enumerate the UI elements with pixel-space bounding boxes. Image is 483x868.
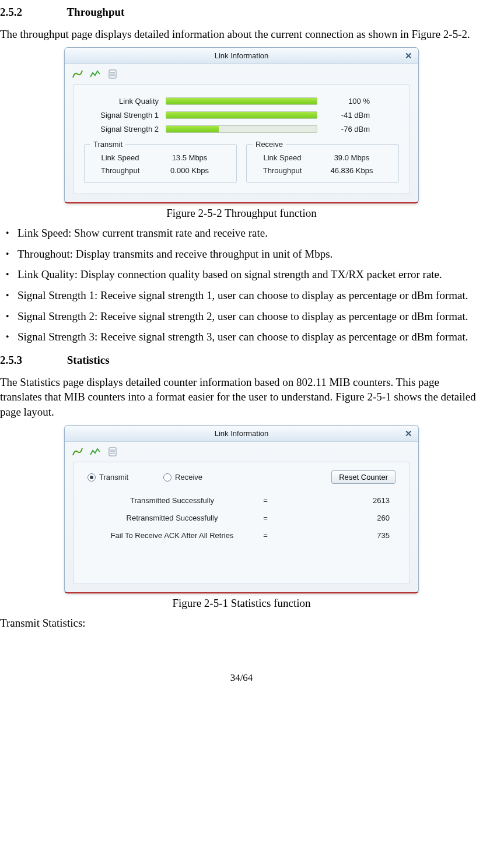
stat-label: Transmitted Successfully [88, 496, 257, 506]
group-legend: Receive [253, 139, 286, 150]
tx-linkspeed: Link Speed 13.5 Mbps [89, 153, 232, 163]
close-icon[interactable]: ✕ [403, 51, 414, 61]
figure-throughput: Link Information ✕ Link Quality 100 % Si… [0, 47, 483, 203]
section-heading-statistics: 2.5.3 Statistics [0, 353, 483, 368]
section-title: Throughput [66, 6, 124, 18]
dialog-body: Transmit Receive Reset Counter Transmitt… [73, 462, 410, 584]
radio-icon [163, 473, 172, 482]
page-number: 34/64 [0, 672, 483, 685]
section-title: Statistics [67, 354, 110, 366]
signal-icon[interactable] [72, 447, 83, 457]
signal-icon[interactable] [72, 69, 83, 79]
kv-label: Link Speed [251, 153, 310, 163]
chart-icon[interactable] [89, 69, 101, 79]
kv-value: 13.5 Mbps [148, 153, 232, 163]
progress-bar [166, 125, 317, 133]
rx-linkspeed: Link Speed 39.0 Mbps [251, 153, 394, 163]
radio-label: Transmit [99, 472, 128, 483]
link-info-dialog: Link Information ✕ Link Quality 100 % Si… [64, 47, 419, 203]
kv-value: 0.000 Kbps [148, 166, 232, 176]
list-item: Throughout: Display transmits and receiv… [0, 247, 483, 262]
row-label: Signal Strength 1 [84, 110, 166, 121]
row-label: Signal Strength 2 [84, 124, 166, 135]
row-value: -76 dBm [317, 124, 370, 135]
dialog-tabs [65, 64, 418, 82]
stat-row: Retransmitted Successfully = 260 [84, 509, 399, 527]
dialog-tabs [65, 442, 418, 459]
tx-rx-row: Transmit Link Speed 13.5 Mbps Throughput… [84, 144, 399, 183]
list-item: Signal Strength 2: Receive signal streng… [0, 309, 483, 324]
close-icon[interactable]: ✕ [403, 428, 414, 439]
receive-group: Receive Link Speed 39.0 Mbps Throughput … [246, 144, 399, 183]
radio-icon [88, 473, 96, 482]
throughput-bullets: Link Speed: Show current transmit rate a… [0, 226, 483, 345]
dialog-body: Link Quality 100 % Signal Strength 1 -41… [73, 84, 410, 194]
section-intro-2: The Statistics page displays detailed co… [0, 375, 483, 420]
chart-icon[interactable] [89, 447, 101, 457]
radio-transmit[interactable]: Transmit [88, 472, 128, 483]
progress-bar [166, 111, 317, 119]
dialog-title: Link Information [215, 429, 269, 438]
row-value: 100 % [317, 96, 370, 107]
list-item: Signal Strength 3: Receive signal streng… [0, 329, 483, 345]
row-value: -41 dBm [317, 110, 370, 121]
document-icon[interactable] [107, 69, 118, 79]
signal-strength-2-row: Signal Strength 2 -76 dBm [84, 122, 399, 136]
row-label: Link Quality [84, 96, 166, 107]
dialog-title: Link Information [215, 51, 269, 60]
reset-counter-button[interactable]: Reset Counter [331, 470, 396, 484]
section-heading-throughput: 2.5.2 Throughput [0, 5, 483, 20]
section-number: 2.5.3 [0, 353, 64, 368]
progress-bar [166, 97, 317, 105]
list-item: Signal Strength 1: Receive signal streng… [0, 288, 483, 303]
stat-eq: = [257, 496, 274, 506]
signal-strength-1-row: Signal Strength 1 -41 dBm [84, 108, 399, 122]
transmit-group: Transmit Link Speed 13.5 Mbps Throughput… [84, 144, 237, 183]
stat-row: Fail To Receive ACK After All Retries = … [84, 527, 399, 544]
stat-value: 2613 [274, 496, 396, 506]
closing-line: Transmit Statistics: [0, 616, 483, 631]
figure-caption-2: Figure 2-5-1 Statistics function [0, 596, 483, 611]
figure-caption-1: Figure 2-5-2 Throughput function [0, 206, 483, 221]
stat-eq: = [257, 530, 274, 541]
stat-row: Transmitted Successfully = 2613 [84, 492, 399, 509]
figure-statistics: Link Information ✕ Transmit R [0, 425, 483, 593]
radio-label: Receive [175, 472, 202, 483]
dialog-titlebar: Link Information ✕ [65, 48, 418, 64]
section-number: 2.5.2 [0, 5, 64, 20]
link-quality-row: Link Quality 100 % [84, 94, 399, 108]
tx-throughput: Throughput 0.000 Kbps [89, 166, 232, 176]
stat-label: Fail To Receive ACK After All Retries [88, 530, 257, 541]
kv-label: Link Speed [89, 153, 148, 163]
stat-value: 260 [274, 513, 396, 523]
section-intro: The throughput page displays detailed in… [0, 27, 483, 42]
radio-row: Transmit Receive Reset Counter [84, 468, 399, 492]
kv-label: Throughput [251, 166, 310, 176]
kv-value: 46.836 Kbps [310, 166, 394, 176]
list-item: Link Quality: Display connection quality… [0, 267, 483, 282]
link-info-dialog-stats: Link Information ✕ Transmit R [64, 425, 419, 593]
group-legend: Transmit [90, 139, 125, 150]
stat-eq: = [257, 513, 274, 523]
rx-throughput: Throughput 46.836 Kbps [251, 166, 394, 176]
document-icon[interactable] [107, 447, 118, 457]
stat-value: 735 [274, 530, 396, 541]
stat-label: Retransmitted Successfully [88, 513, 257, 523]
radio-receive[interactable]: Receive [163, 472, 202, 483]
dialog-titlebar: Link Information ✕ [65, 426, 418, 442]
kv-label: Throughput [89, 166, 148, 176]
list-item: Link Speed: Show current transmit rate a… [0, 226, 483, 241]
kv-value: 39.0 Mbps [310, 153, 394, 163]
